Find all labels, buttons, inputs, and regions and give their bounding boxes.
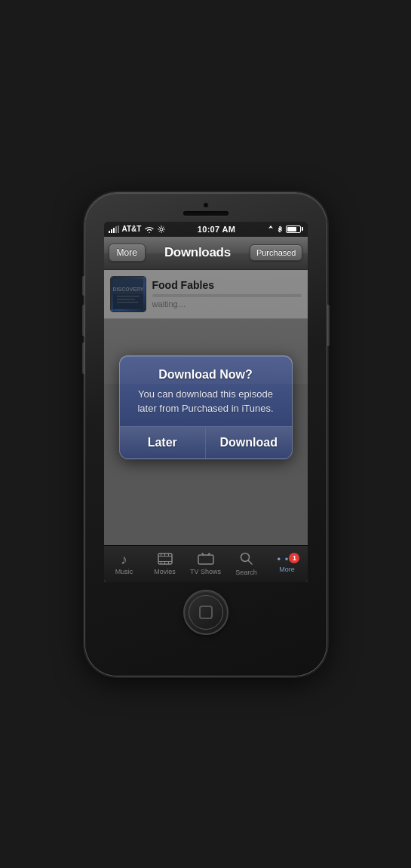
svg-line-20 [248, 560, 252, 564]
music-icon: ♪ [121, 553, 127, 566]
dialog-overlay: Download Now? You can download this epis… [104, 270, 308, 545]
svg-rect-11 [164, 554, 165, 556]
more-tab-label: More [279, 566, 295, 573]
phone-device: AT&T 10:07 AM [85, 193, 327, 676]
svg-rect-10 [161, 554, 161, 556]
svg-rect-15 [168, 562, 169, 564]
svg-rect-9 [158, 561, 172, 562]
tab-search[interactable]: Search [226, 546, 267, 582]
tab-music[interactable]: ♪ Music [104, 546, 145, 582]
time-display: 10:07 AM [198, 225, 235, 234]
dialog-message: You can download this episode later from… [132, 388, 280, 415]
tv-shows-icon [198, 553, 214, 566]
home-button[interactable] [183, 590, 229, 635]
nav-title: Downloads [164, 245, 231, 260]
bar5 [118, 225, 119, 233]
bar1 [109, 231, 110, 233]
dialog-content: Download Now? You can download this epis… [120, 356, 292, 425]
power-button[interactable] [327, 305, 330, 346]
earpiece-speaker [183, 211, 229, 216]
location-icon [268, 225, 274, 233]
svg-point-0 [160, 228, 163, 231]
home-button-square [199, 606, 213, 619]
svg-rect-8 [158, 556, 172, 557]
later-button[interactable]: Later [120, 427, 206, 459]
volume-down-button[interactable] [82, 342, 85, 374]
status-left: AT&T [109, 225, 166, 233]
tv-shows-label: TV Shows [190, 568, 221, 575]
dialog-box: Download Now? You can download this epis… [119, 355, 293, 459]
phone-screen: AT&T 10:07 AM [104, 222, 308, 582]
settings-icon [158, 225, 165, 233]
bar4 [115, 226, 117, 233]
bar3 [113, 228, 115, 233]
mute-button[interactable] [82, 276, 85, 296]
movies-icon [158, 553, 173, 566]
battery-icon [286, 225, 303, 233]
signal-bars [109, 225, 119, 233]
dialog-title: Download Now? [132, 368, 280, 382]
bar2 [111, 229, 112, 233]
nav-bar: More Downloads Purchased [104, 237, 308, 270]
svg-point-19 [241, 553, 249, 561]
movies-label: Movies [154, 568, 176, 575]
svg-rect-14 [164, 562, 165, 564]
tab-bar: ♪ Music Movie [104, 545, 308, 582]
front-camera [203, 202, 209, 208]
tab-movies[interactable]: Movies [145, 546, 186, 582]
more-nav-button[interactable]: More [109, 244, 146, 262]
svg-rect-16 [198, 555, 213, 564]
phone-top-area [85, 193, 327, 216]
volume-up-button[interactable] [82, 305, 85, 336]
dialog-buttons: Later Download [120, 427, 292, 459]
bluetooth-icon [276, 225, 284, 233]
status-bar: AT&T 10:07 AM [104, 222, 308, 237]
purchased-nav-button[interactable]: Purchased [250, 244, 303, 261]
carrier-label: AT&T [122, 225, 142, 233]
tab-more[interactable]: • • • 1 More [267, 546, 308, 582]
tab-tv-shows[interactable]: TV Shows [186, 546, 226, 582]
content-area: DISCOVERY Food Fables waiting… [104, 270, 308, 545]
wifi-icon [144, 225, 155, 233]
svg-rect-12 [168, 554, 169, 556]
svg-rect-13 [161, 562, 161, 564]
more-badge: 1 [289, 553, 299, 563]
search-label: Search [235, 569, 257, 576]
more-tab-container: • • • 1 [278, 554, 297, 564]
home-button-inner [189, 595, 223, 630]
status-right [268, 225, 303, 233]
download-button[interactable]: Download [206, 427, 292, 459]
search-icon [240, 552, 253, 567]
music-label: Music [115, 568, 133, 575]
